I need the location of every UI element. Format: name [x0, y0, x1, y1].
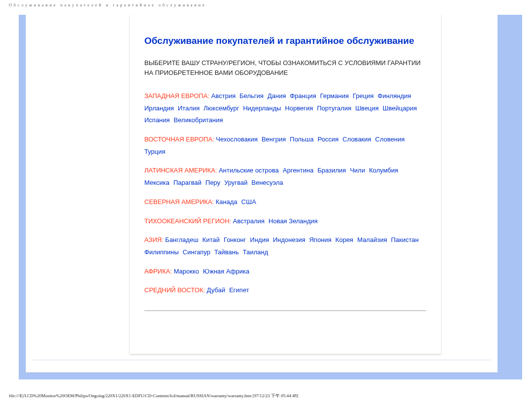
country-link[interactable]: Аргентина: [283, 167, 313, 174]
country-separator: [374, 90, 378, 103]
country-separator: [313, 103, 317, 115]
country-link[interactable]: Таиланд: [243, 248, 268, 256]
country-link[interactable]: США: [241, 198, 256, 206]
country-link[interactable]: Южная Африка: [203, 268, 249, 275]
country-link[interactable]: Испания: [144, 116, 170, 124]
country-link[interactable]: Малайзия: [357, 236, 387, 243]
country-link[interactable]: Дания: [267, 92, 286, 100]
country-separator: [265, 215, 268, 228]
country-link[interactable]: Финляндия: [378, 92, 411, 100]
region-label: ЗАПАДНАЯ ЕВРОПА:: [144, 92, 209, 100]
country-link[interactable]: Филиппины: [144, 248, 179, 256]
country-separator: [258, 134, 262, 146]
country-link[interactable]: Австралия: [233, 217, 265, 225]
content-card: Обслуживание покупателей и гарантийное о…: [130, 15, 441, 354]
country-link[interactable]: Норвегия: [285, 104, 313, 112]
country-link[interactable]: Италия: [178, 104, 200, 112]
country-link[interactable]: Дубай: [207, 286, 225, 294]
country-link[interactable]: Канада: [216, 198, 237, 206]
country-separator: [179, 246, 183, 259]
country-link[interactable]: Япония: [309, 236, 332, 243]
country-link[interactable]: Франция: [290, 92, 316, 100]
country-separator: [371, 134, 375, 146]
country-link[interactable]: Китай: [202, 236, 220, 243]
region-block: ВОСТОЧНАЯ ЕВРОПА: Чехословакия Венгрия П…: [144, 134, 426, 158]
country-separator: [264, 90, 267, 103]
country-link[interactable]: Австрия: [211, 92, 235, 100]
country-link[interactable]: Колумбия: [369, 167, 398, 174]
country-separator: [349, 90, 353, 103]
country-link[interactable]: Сингапур: [183, 248, 210, 256]
country-link[interactable]: Марокко: [174, 268, 199, 275]
footer-path: file:///E|/LCD%20Monitor%20OEM/Philips/O…: [9, 393, 298, 399]
outer-frame: Обслуживание покупателей и гарантийное о…: [19, 15, 522, 379]
country-link[interactable]: Уругвай: [224, 179, 247, 186]
region-block: АЗИЯ: Бангладеш Китай Гонконг Индия Индо…: [144, 234, 426, 258]
country-link[interactable]: Россия: [318, 136, 339, 143]
country-separator: [316, 90, 320, 103]
country-separator: [199, 234, 202, 246]
country-link[interactable]: Турция: [144, 148, 166, 155]
country-separator: [314, 134, 318, 146]
country-link[interactable]: Индия: [250, 236, 269, 243]
country-separator: [351, 103, 355, 115]
country-link[interactable]: Нидерланды: [243, 104, 281, 112]
country-link[interactable]: Бразилия: [317, 167, 346, 174]
country-link[interactable]: Бангладеш: [165, 236, 198, 243]
country-separator: [404, 134, 408, 146]
country-separator: [225, 284, 229, 297]
country-link[interactable]: Тайвань: [214, 248, 239, 256]
country-link[interactable]: Греция: [353, 92, 374, 100]
country-separator: [353, 234, 357, 246]
country-separator: [239, 246, 243, 259]
country-link[interactable]: Словакия: [342, 136, 371, 143]
country-link[interactable]: Египет: [229, 286, 249, 294]
country-link[interactable]: Ирландия: [144, 104, 174, 112]
bottom-divider: [33, 360, 491, 360]
country-link[interactable]: Великобритания: [174, 116, 223, 124]
country-link[interactable]: Словения: [375, 136, 405, 143]
country-separator: [246, 234, 250, 246]
country-link[interactable]: Португалия: [317, 104, 352, 112]
country-link[interactable]: Индонезия: [273, 236, 305, 243]
country-separator: [237, 196, 241, 208]
country-separator: [398, 165, 402, 177]
country-link[interactable]: Чехословакия: [216, 136, 258, 143]
country-link[interactable]: Швеция: [355, 104, 379, 112]
country-separator: [411, 90, 415, 103]
country-separator: [235, 90, 239, 103]
country-link[interactable]: Люксембург: [203, 104, 239, 112]
region-block: АФРИКА: Марокко Южная Африка: [144, 266, 426, 278]
page-heading: Обслуживание покупателей и гарантийное о…: [144, 35, 426, 46]
country-separator: [305, 234, 309, 246]
region-label: АФРИКА:: [144, 268, 172, 275]
country-link[interactable]: Венесуэла: [251, 179, 283, 186]
country-link[interactable]: Перу: [205, 179, 220, 186]
country-link[interactable]: Пакистан: [391, 236, 419, 243]
card-divider: [144, 310, 426, 311]
country-link[interactable]: Бельгия: [239, 92, 264, 100]
country-separator: [281, 103, 285, 115]
country-separator: [379, 103, 383, 115]
country-separator: [365, 165, 369, 177]
country-link[interactable]: Парагвай: [173, 179, 201, 186]
country-link[interactable]: Германия: [320, 92, 349, 100]
country-link[interactable]: Новая Зеландия: [268, 217, 318, 225]
country-separator: [220, 234, 224, 246]
country-link[interactable]: Венгрия: [262, 136, 286, 143]
region-label: АЗИЯ:: [144, 236, 164, 243]
region-block: ТИХООКЕАНСКИЙ РЕГИОН: Австралия Новая Зе…: [144, 215, 426, 228]
country-link[interactable]: Корея: [335, 236, 353, 243]
country-separator: [169, 177, 173, 189]
regions-container: ЗАПАДНАЯ ЕВРОПА: Австрия Бельгия Дания Ф…: [144, 90, 426, 297]
country-link[interactable]: Польша: [290, 136, 313, 143]
country-link[interactable]: Гонконг: [224, 236, 246, 243]
region-label: ВОСТОЧНАЯ ЕВРОПА:: [144, 136, 214, 143]
instruction-text: ВЫБЕРИТЕ ВАШУ СТРАНУ/РЕГИОН, ЧТОБЫ ОЗНАК…: [144, 58, 426, 77]
country-link[interactable]: Швейцария: [383, 104, 417, 112]
region-label: ЛАТИНСКАЯ АМЕРИКА:: [144, 167, 217, 174]
country-link[interactable]: Антильские острова: [219, 167, 279, 174]
country-link[interactable]: Мексика: [144, 179, 169, 186]
country-separator: [174, 103, 178, 115]
country-link[interactable]: Чили: [350, 167, 365, 174]
